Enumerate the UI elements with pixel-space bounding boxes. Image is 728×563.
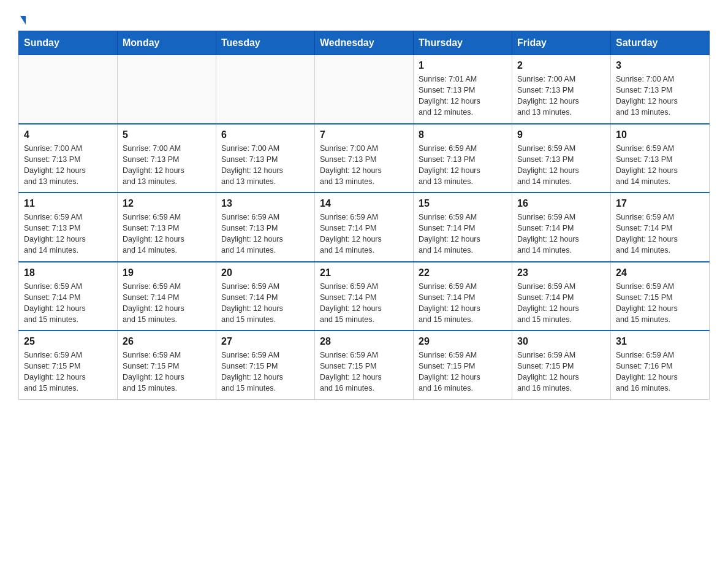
day-number: 2: [517, 60, 605, 71]
calendar-day-cell: [216, 55, 315, 124]
day-info: Sunrise: 6:59 AM Sunset: 7:15 PM Dayligh…: [24, 350, 112, 394]
day-info: Sunrise: 6:59 AM Sunset: 7:15 PM Dayligh…: [616, 281, 704, 326]
day-info: Sunrise: 6:59 AM Sunset: 7:15 PM Dayligh…: [123, 350, 211, 394]
day-number: 21: [320, 267, 408, 278]
day-info: Sunrise: 6:59 AM Sunset: 7:15 PM Dayligh…: [221, 350, 309, 394]
day-info: Sunrise: 6:59 AM Sunset: 7:15 PM Dayligh…: [419, 350, 507, 394]
day-number: 9: [517, 129, 605, 140]
day-number: 22: [419, 267, 507, 278]
calendar-day-cell: 19Sunrise: 6:59 AM Sunset: 7:14 PM Dayli…: [118, 262, 216, 331]
calendar-day-cell: 30Sunrise: 6:59 AM Sunset: 7:15 PM Dayli…: [512, 331, 611, 399]
calendar-day-cell: 14Sunrise: 6:59 AM Sunset: 7:14 PM Dayli…: [315, 193, 414, 262]
day-number: 4: [24, 129, 112, 140]
calendar-day-cell: 27Sunrise: 6:59 AM Sunset: 7:15 PM Dayli…: [216, 331, 315, 399]
day-info: Sunrise: 6:59 AM Sunset: 7:13 PM Dayligh…: [221, 212, 309, 256]
day-number: 12: [123, 198, 211, 209]
day-number: 7: [320, 129, 408, 140]
day-number: 3: [616, 60, 704, 71]
day-info: Sunrise: 6:59 AM Sunset: 7:13 PM Dayligh…: [616, 143, 704, 188]
page-header: [18, 12, 710, 25]
day-number: 25: [24, 336, 112, 347]
calendar-day-cell: 13Sunrise: 6:59 AM Sunset: 7:13 PM Dayli…: [216, 193, 315, 262]
calendar-day-cell: 29Sunrise: 6:59 AM Sunset: 7:15 PM Dayli…: [414, 331, 512, 399]
day-info: Sunrise: 6:59 AM Sunset: 7:14 PM Dayligh…: [123, 281, 211, 326]
day-info: Sunrise: 6:59 AM Sunset: 7:14 PM Dayligh…: [517, 212, 605, 256]
weekday-header-thursday: Thursday: [414, 31, 512, 55]
calendar-week-row: 25Sunrise: 6:59 AM Sunset: 7:15 PM Dayli…: [19, 331, 710, 399]
day-number: 27: [221, 336, 309, 347]
day-number: 17: [616, 198, 704, 209]
day-info: Sunrise: 7:00 AM Sunset: 7:13 PM Dayligh…: [616, 74, 704, 118]
calendar-day-cell: 15Sunrise: 6:59 AM Sunset: 7:14 PM Dayli…: [414, 193, 512, 262]
day-info: Sunrise: 7:00 AM Sunset: 7:13 PM Dayligh…: [123, 143, 211, 188]
logo: [18, 12, 26, 25]
day-info: Sunrise: 7:00 AM Sunset: 7:13 PM Dayligh…: [24, 143, 112, 188]
logo-triangle-icon: [20, 16, 26, 25]
calendar-week-row: 1Sunrise: 7:01 AM Sunset: 7:13 PM Daylig…: [19, 55, 710, 124]
weekday-header-monday: Monday: [118, 31, 216, 55]
calendar-week-row: 11Sunrise: 6:59 AM Sunset: 7:13 PM Dayli…: [19, 193, 710, 262]
weekday-header-tuesday: Tuesday: [216, 31, 315, 55]
calendar-day-cell: 6Sunrise: 7:00 AM Sunset: 7:13 PM Daylig…: [216, 124, 315, 193]
calendar-day-cell: [315, 55, 414, 124]
day-number: 6: [221, 129, 309, 140]
day-info: Sunrise: 6:59 AM Sunset: 7:13 PM Dayligh…: [517, 143, 605, 188]
calendar-day-cell: 23Sunrise: 6:59 AM Sunset: 7:14 PM Dayli…: [512, 262, 611, 331]
calendar-day-cell: 31Sunrise: 6:59 AM Sunset: 7:16 PM Dayli…: [611, 331, 710, 399]
day-number: 15: [419, 198, 507, 209]
weekday-header-saturday: Saturday: [611, 31, 710, 55]
calendar-day-cell: 4Sunrise: 7:00 AM Sunset: 7:13 PM Daylig…: [19, 124, 118, 193]
calendar-day-cell: 11Sunrise: 6:59 AM Sunset: 7:13 PM Dayli…: [19, 193, 118, 262]
day-number: 30: [517, 336, 605, 347]
weekday-header-friday: Friday: [512, 31, 611, 55]
day-number: 16: [517, 198, 605, 209]
calendar-header-row: SundayMondayTuesdayWednesdayThursdayFrid…: [19, 31, 710, 55]
day-number: 5: [123, 129, 211, 140]
day-number: 1: [419, 60, 507, 71]
day-number: 19: [123, 267, 211, 278]
day-number: 20: [221, 267, 309, 278]
day-number: 28: [320, 336, 408, 347]
day-number: 10: [616, 129, 704, 140]
calendar-day-cell: 7Sunrise: 7:00 AM Sunset: 7:13 PM Daylig…: [315, 124, 414, 193]
calendar-day-cell: 28Sunrise: 6:59 AM Sunset: 7:15 PM Dayli…: [315, 331, 414, 399]
day-info: Sunrise: 6:59 AM Sunset: 7:14 PM Dayligh…: [320, 281, 408, 326]
calendar-day-cell: 8Sunrise: 6:59 AM Sunset: 7:13 PM Daylig…: [414, 124, 512, 193]
calendar-day-cell: 1Sunrise: 7:01 AM Sunset: 7:13 PM Daylig…: [414, 55, 512, 124]
day-info: Sunrise: 6:59 AM Sunset: 7:14 PM Dayligh…: [320, 212, 408, 256]
day-number: 31: [616, 336, 704, 347]
day-info: Sunrise: 7:00 AM Sunset: 7:13 PM Dayligh…: [221, 143, 309, 188]
day-info: Sunrise: 6:59 AM Sunset: 7:13 PM Dayligh…: [123, 212, 211, 256]
day-info: Sunrise: 6:59 AM Sunset: 7:15 PM Dayligh…: [517, 350, 605, 394]
day-info: Sunrise: 7:01 AM Sunset: 7:13 PM Dayligh…: [419, 74, 507, 118]
calendar-day-cell: 5Sunrise: 7:00 AM Sunset: 7:13 PM Daylig…: [118, 124, 216, 193]
day-number: 24: [616, 267, 704, 278]
calendar-week-row: 4Sunrise: 7:00 AM Sunset: 7:13 PM Daylig…: [19, 124, 710, 193]
day-info: Sunrise: 7:00 AM Sunset: 7:13 PM Dayligh…: [517, 74, 605, 118]
day-info: Sunrise: 6:59 AM Sunset: 7:16 PM Dayligh…: [616, 350, 704, 394]
calendar-day-cell: 10Sunrise: 6:59 AM Sunset: 7:13 PM Dayli…: [611, 124, 710, 193]
day-info: Sunrise: 6:59 AM Sunset: 7:14 PM Dayligh…: [517, 281, 605, 326]
day-info: Sunrise: 6:59 AM Sunset: 7:13 PM Dayligh…: [419, 143, 507, 188]
calendar-day-cell: 17Sunrise: 6:59 AM Sunset: 7:14 PM Dayli…: [611, 193, 710, 262]
day-number: 26: [123, 336, 211, 347]
calendar-day-cell: [19, 55, 118, 124]
calendar-day-cell: 18Sunrise: 6:59 AM Sunset: 7:14 PM Dayli…: [19, 262, 118, 331]
calendar-table: SundayMondayTuesdayWednesdayThursdayFrid…: [18, 31, 710, 400]
day-info: Sunrise: 6:59 AM Sunset: 7:14 PM Dayligh…: [24, 281, 112, 326]
calendar-day-cell: 21Sunrise: 6:59 AM Sunset: 7:14 PM Dayli…: [315, 262, 414, 331]
weekday-header-sunday: Sunday: [19, 31, 118, 55]
day-info: Sunrise: 6:59 AM Sunset: 7:14 PM Dayligh…: [419, 281, 507, 326]
day-info: Sunrise: 6:59 AM Sunset: 7:14 PM Dayligh…: [616, 212, 704, 256]
calendar-day-cell: [118, 55, 216, 124]
day-number: 23: [517, 267, 605, 278]
day-number: 8: [419, 129, 507, 140]
calendar-day-cell: 25Sunrise: 6:59 AM Sunset: 7:15 PM Dayli…: [19, 331, 118, 399]
calendar-day-cell: 12Sunrise: 6:59 AM Sunset: 7:13 PM Dayli…: [118, 193, 216, 262]
day-info: Sunrise: 6:59 AM Sunset: 7:13 PM Dayligh…: [24, 212, 112, 256]
day-number: 14: [320, 198, 408, 209]
calendar-day-cell: 26Sunrise: 6:59 AM Sunset: 7:15 PM Dayli…: [118, 331, 216, 399]
day-info: Sunrise: 6:59 AM Sunset: 7:14 PM Dayligh…: [221, 281, 309, 326]
day-info: Sunrise: 7:00 AM Sunset: 7:13 PM Dayligh…: [320, 143, 408, 188]
calendar-day-cell: 16Sunrise: 6:59 AM Sunset: 7:14 PM Dayli…: [512, 193, 611, 262]
